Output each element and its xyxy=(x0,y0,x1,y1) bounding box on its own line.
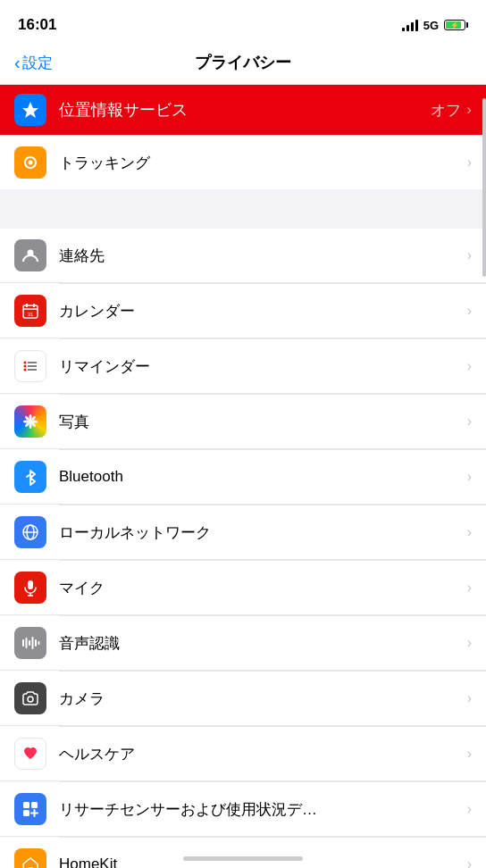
health-chevron-icon: › xyxy=(467,746,472,762)
research-icon xyxy=(14,793,46,825)
speech-icon xyxy=(14,627,46,659)
homekit-chevron-icon: › xyxy=(467,856,472,868)
status-icons: 5G ⚡ xyxy=(402,19,468,32)
reminders-chevron-icon: › xyxy=(467,358,472,374)
homekit-row[interactable]: HomeKit › xyxy=(0,838,486,868)
bluetooth-icon xyxy=(14,461,46,493)
svg-rect-25 xyxy=(28,580,33,589)
back-label: 設定 xyxy=(22,53,53,73)
location-chevron-icon: › xyxy=(466,101,472,119)
bluetooth-label: Bluetooth xyxy=(59,468,467,486)
localnet-label: ローカルネットワーク xyxy=(59,522,467,543)
status-bar: 16:01 5G ⚡ xyxy=(0,0,486,45)
calendar-label: カレンダー xyxy=(59,301,467,321)
svg-rect-36 xyxy=(31,802,38,808)
calendar-row[interactable]: 31 カレンダー › xyxy=(0,284,486,338)
microphone-icon xyxy=(14,572,46,604)
photos-label: 写真 xyxy=(59,412,467,432)
permissions-section: 連絡先 › 31 カレンダー › xyxy=(0,229,486,868)
svg-point-21 xyxy=(29,420,33,424)
svg-point-17 xyxy=(29,423,32,429)
location-label: 位置情報サービス xyxy=(59,99,431,121)
localnet-icon xyxy=(14,516,46,548)
location-icon xyxy=(14,94,46,126)
battery-icon: ⚡ xyxy=(444,20,468,30)
svg-point-7 xyxy=(24,362,27,364)
calendar-chevron-icon: › xyxy=(467,303,472,319)
research-row[interactable]: リサーチセンサーおよび使用状況デ… › xyxy=(0,782,486,837)
health-row[interactable]: ヘルスケア › xyxy=(0,727,486,781)
svg-point-34 xyxy=(28,697,33,702)
reminders-icon xyxy=(14,350,46,382)
tracking-row[interactable]: トラッキング › xyxy=(0,136,486,196)
scroll-thumb[interactable] xyxy=(482,98,486,277)
research-label: リサーチセンサーおよび使用状況デ… xyxy=(59,799,467,820)
localnet-chevron-icon: › xyxy=(467,524,472,540)
speech-chevron-icon: › xyxy=(467,635,472,651)
microphone-row[interactable]: マイク › xyxy=(0,561,486,615)
research-chevron-icon: › xyxy=(467,801,472,817)
svg-point-9 xyxy=(24,369,27,371)
svg-rect-33 xyxy=(38,641,40,645)
photos-chevron-icon: › xyxy=(467,413,472,430)
svg-rect-29 xyxy=(26,638,28,648)
health-label: ヘルスケア xyxy=(59,744,467,764)
home-indicator xyxy=(183,856,303,861)
status-time: 16:01 xyxy=(18,16,56,34)
svg-point-19 xyxy=(23,421,29,423)
scroll-track xyxy=(482,98,486,868)
tracking-icon xyxy=(14,146,46,179)
speech-row[interactable]: 音声認識 › xyxy=(0,616,486,671)
camera-label: カメラ xyxy=(59,689,467,709)
contacts-icon xyxy=(14,239,46,271)
microphone-chevron-icon: › xyxy=(467,580,472,596)
svg-rect-28 xyxy=(22,639,24,647)
tracking-label: トラッキング xyxy=(59,153,467,173)
svg-point-8 xyxy=(24,365,27,368)
contacts-chevron-icon: › xyxy=(467,247,472,263)
reminders-label: リマインダー xyxy=(59,356,467,377)
svg-point-13 xyxy=(29,414,32,420)
svg-rect-37 xyxy=(23,810,29,816)
location-value: オフ xyxy=(431,100,461,121)
contacts-label: 連絡先 xyxy=(59,246,467,266)
svg-point-0 xyxy=(29,161,33,165)
microphone-label: マイク xyxy=(59,578,467,598)
photos-icon xyxy=(14,405,46,438)
signal-icon xyxy=(402,19,418,31)
camera-row[interactable]: カメラ › xyxy=(0,672,486,726)
photos-row[interactable]: 写真 › xyxy=(0,395,486,449)
health-icon xyxy=(14,738,46,770)
svg-rect-30 xyxy=(29,640,30,646)
location-row[interactable]: 位置情報サービス オフ › xyxy=(0,85,486,135)
svg-text:31: 31 xyxy=(28,312,34,317)
contacts-row[interactable]: 連絡先 › xyxy=(0,229,486,283)
section-divider-1 xyxy=(0,196,486,229)
svg-rect-32 xyxy=(35,639,37,647)
back-button[interactable]: ‹ 設定 xyxy=(14,53,53,73)
bluetooth-row[interactable]: Bluetooth › xyxy=(0,450,486,505)
localnet-row[interactable]: ローカルネットワーク › xyxy=(0,505,486,560)
svg-rect-35 xyxy=(23,802,29,808)
camera-chevron-icon: › xyxy=(467,690,472,706)
nav-bar: ‹ 設定 プライバシー xyxy=(0,45,486,85)
reminders-row[interactable]: リマインダー › xyxy=(0,339,486,394)
svg-rect-31 xyxy=(32,637,34,649)
tracking-chevron-icon: › xyxy=(467,154,472,171)
calendar-icon: 31 xyxy=(14,295,46,327)
svg-point-15 xyxy=(32,421,38,423)
bluetooth-chevron-icon: › xyxy=(467,469,472,485)
page-title: プライバシー xyxy=(195,52,291,73)
homekit-icon xyxy=(14,848,46,868)
back-chevron-icon: ‹ xyxy=(14,53,21,73)
network-type: 5G xyxy=(423,19,439,32)
speech-label: 音声認識 xyxy=(59,633,467,654)
camera-icon xyxy=(14,682,46,714)
